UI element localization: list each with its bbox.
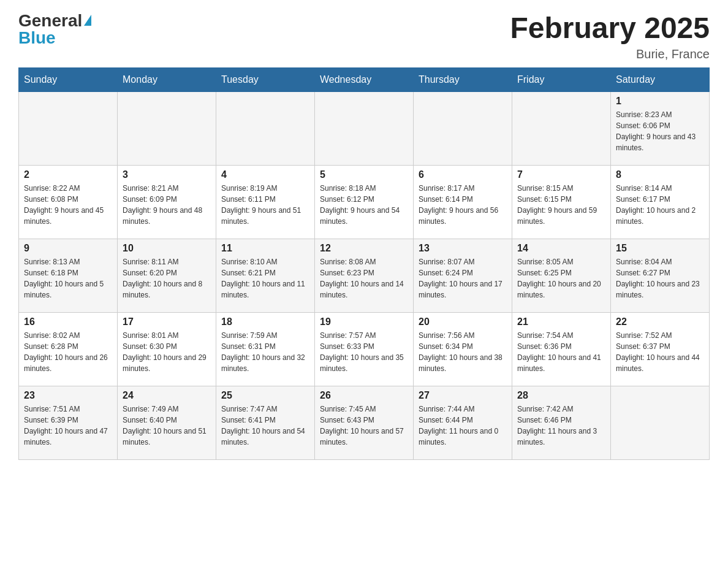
calendar-cell: [611, 386, 710, 459]
day-number: 28: [517, 390, 605, 401]
day-info: Sunrise: 8:04 AM Sunset: 6:27 PM Dayligh…: [616, 256, 704, 301]
calendar-week-row: 1Sunrise: 8:23 AM Sunset: 6:06 PM Daylig…: [19, 91, 710, 165]
calendar-cell: 17Sunrise: 8:01 AM Sunset: 6:30 PM Dayli…: [118, 312, 216, 386]
calendar-cell: 16Sunrise: 8:02 AM Sunset: 6:28 PM Dayli…: [19, 312, 118, 386]
day-number: 17: [123, 316, 211, 327]
header-thursday: Thursday: [414, 67, 512, 91]
header-saturday: Saturday: [611, 67, 710, 91]
day-info: Sunrise: 8:23 AM Sunset: 6:06 PM Dayligh…: [616, 109, 704, 153]
day-number: 22: [616, 316, 704, 327]
day-info: Sunrise: 7:51 AM Sunset: 6:39 PM Dayligh…: [24, 404, 112, 448]
calendar-cell: 1Sunrise: 8:23 AM Sunset: 6:06 PM Daylig…: [611, 91, 710, 165]
calendar-week-row: 23Sunrise: 7:51 AM Sunset: 6:39 PM Dayli…: [19, 386, 710, 459]
logo-triangle-icon: [84, 15, 91, 26]
calendar-cell: 7Sunrise: 8:15 AM Sunset: 6:15 PM Daylig…: [512, 165, 611, 239]
day-number: 6: [419, 169, 507, 180]
calendar-cell: 8Sunrise: 8:14 AM Sunset: 6:17 PM Daylig…: [611, 165, 710, 239]
day-number: 18: [221, 316, 309, 327]
day-info: Sunrise: 8:05 AM Sunset: 6:25 PM Dayligh…: [517, 256, 605, 301]
day-number: 11: [221, 243, 309, 254]
day-number: 2: [24, 169, 112, 180]
calendar-cell: 22Sunrise: 7:52 AM Sunset: 6:37 PM Dayli…: [611, 312, 710, 386]
day-number: 9: [24, 243, 112, 254]
day-number: 12: [320, 243, 408, 254]
day-info: Sunrise: 8:02 AM Sunset: 6:28 PM Dayligh…: [24, 330, 112, 374]
calendar-cell: 27Sunrise: 7:44 AM Sunset: 6:44 PM Dayli…: [414, 386, 512, 459]
calendar-cell: 10Sunrise: 8:11 AM Sunset: 6:20 PM Dayli…: [118, 239, 216, 312]
header-monday: Monday: [118, 67, 216, 91]
day-info: Sunrise: 7:54 AM Sunset: 6:36 PM Dayligh…: [517, 330, 605, 374]
calendar-cell: 6Sunrise: 8:17 AM Sunset: 6:14 PM Daylig…: [414, 165, 512, 239]
title-block: February 2025 Burie, France: [510, 12, 710, 61]
calendar-cell: 2Sunrise: 8:22 AM Sunset: 6:08 PM Daylig…: [19, 165, 118, 239]
calendar-cell: 24Sunrise: 7:49 AM Sunset: 6:40 PM Dayli…: [118, 386, 216, 459]
calendar-cell: 20Sunrise: 7:56 AM Sunset: 6:34 PM Dayli…: [414, 312, 512, 386]
header-wednesday: Wednesday: [315, 67, 414, 91]
day-number: 8: [616, 169, 704, 180]
calendar-cell: 4Sunrise: 8:19 AM Sunset: 6:11 PM Daylig…: [216, 165, 315, 239]
day-info: Sunrise: 7:45 AM Sunset: 6:43 PM Dayligh…: [320, 404, 408, 448]
calendar-cell: 26Sunrise: 7:45 AM Sunset: 6:43 PM Dayli…: [315, 386, 414, 459]
calendar-cell: 14Sunrise: 8:05 AM Sunset: 6:25 PM Dayli…: [512, 239, 611, 312]
day-info: Sunrise: 8:19 AM Sunset: 6:11 PM Dayligh…: [221, 183, 309, 227]
day-number: 23: [24, 390, 112, 401]
calendar-week-row: 2Sunrise: 8:22 AM Sunset: 6:08 PM Daylig…: [19, 165, 710, 239]
day-info: Sunrise: 8:15 AM Sunset: 6:15 PM Dayligh…: [517, 183, 605, 227]
day-number: 15: [616, 243, 704, 254]
logo-general-text: General: [18, 12, 82, 29]
calendar-week-row: 16Sunrise: 8:02 AM Sunset: 6:28 PM Dayli…: [19, 312, 710, 386]
day-info: Sunrise: 7:44 AM Sunset: 6:44 PM Dayligh…: [419, 404, 507, 448]
calendar-cell: 25Sunrise: 7:47 AM Sunset: 6:41 PM Dayli…: [216, 386, 315, 459]
calendar-cell: 3Sunrise: 8:21 AM Sunset: 6:09 PM Daylig…: [118, 165, 216, 239]
calendar-cell: 28Sunrise: 7:42 AM Sunset: 6:46 PM Dayli…: [512, 386, 611, 459]
calendar-cell: 18Sunrise: 7:59 AM Sunset: 6:31 PM Dayli…: [216, 312, 315, 386]
day-number: 26: [320, 390, 408, 401]
calendar-cell: 19Sunrise: 7:57 AM Sunset: 6:33 PM Dayli…: [315, 312, 414, 386]
calendar-title: February 2025: [510, 12, 710, 45]
calendar-subtitle: Burie, France: [510, 47, 710, 61]
day-number: 21: [517, 316, 605, 327]
calendar-cell: 23Sunrise: 7:51 AM Sunset: 6:39 PM Dayli…: [19, 386, 118, 459]
day-info: Sunrise: 8:08 AM Sunset: 6:23 PM Dayligh…: [320, 256, 408, 301]
day-number: 20: [419, 316, 507, 327]
logo: General Blue: [18, 12, 91, 47]
calendar-cell: [414, 91, 512, 165]
header-friday: Friday: [512, 67, 611, 91]
calendar-cell: 5Sunrise: 8:18 AM Sunset: 6:12 PM Daylig…: [315, 165, 414, 239]
calendar-cell: [118, 91, 216, 165]
day-info: Sunrise: 8:18 AM Sunset: 6:12 PM Dayligh…: [320, 183, 408, 227]
day-info: Sunrise: 8:22 AM Sunset: 6:08 PM Dayligh…: [24, 183, 112, 227]
page-header: General Blue February 2025 Burie, France: [18, 12, 710, 61]
day-info: Sunrise: 7:47 AM Sunset: 6:41 PM Dayligh…: [221, 404, 309, 448]
day-info: Sunrise: 8:10 AM Sunset: 6:21 PM Dayligh…: [221, 256, 309, 301]
weekday-header-row: Sunday Monday Tuesday Wednesday Thursday…: [19, 67, 710, 91]
calendar-cell: 15Sunrise: 8:04 AM Sunset: 6:27 PM Dayli…: [611, 239, 710, 312]
calendar-cell: 9Sunrise: 8:13 AM Sunset: 6:18 PM Daylig…: [19, 239, 118, 312]
header-tuesday: Tuesday: [216, 67, 315, 91]
calendar-cell: 11Sunrise: 8:10 AM Sunset: 6:21 PM Dayli…: [216, 239, 315, 312]
day-info: Sunrise: 8:07 AM Sunset: 6:24 PM Dayligh…: [419, 256, 507, 301]
day-info: Sunrise: 7:57 AM Sunset: 6:33 PM Dayligh…: [320, 330, 408, 374]
day-number: 16: [24, 316, 112, 327]
day-info: Sunrise: 8:11 AM Sunset: 6:20 PM Dayligh…: [123, 256, 211, 301]
day-info: Sunrise: 8:14 AM Sunset: 6:17 PM Dayligh…: [616, 183, 704, 227]
day-info: Sunrise: 7:49 AM Sunset: 6:40 PM Dayligh…: [123, 404, 211, 448]
day-info: Sunrise: 8:01 AM Sunset: 6:30 PM Dayligh…: [123, 330, 211, 374]
day-number: 10: [123, 243, 211, 254]
day-number: 4: [221, 169, 309, 180]
day-number: 5: [320, 169, 408, 180]
day-info: Sunrise: 7:56 AM Sunset: 6:34 PM Dayligh…: [419, 330, 507, 374]
calendar-cell: 21Sunrise: 7:54 AM Sunset: 6:36 PM Dayli…: [512, 312, 611, 386]
day-number: 7: [517, 169, 605, 180]
calendar-cell: 13Sunrise: 8:07 AM Sunset: 6:24 PM Dayli…: [414, 239, 512, 312]
day-info: Sunrise: 8:13 AM Sunset: 6:18 PM Dayligh…: [24, 256, 112, 301]
calendar-cell: [315, 91, 414, 165]
calendar-cell: [216, 91, 315, 165]
day-number: 14: [517, 243, 605, 254]
day-info: Sunrise: 7:59 AM Sunset: 6:31 PM Dayligh…: [221, 330, 309, 374]
day-info: Sunrise: 8:17 AM Sunset: 6:14 PM Dayligh…: [419, 183, 507, 227]
day-number: 3: [123, 169, 211, 180]
calendar-cell: [512, 91, 611, 165]
day-info: Sunrise: 7:42 AM Sunset: 6:46 PM Dayligh…: [517, 404, 605, 448]
logo-blue-text: Blue: [18, 29, 91, 47]
